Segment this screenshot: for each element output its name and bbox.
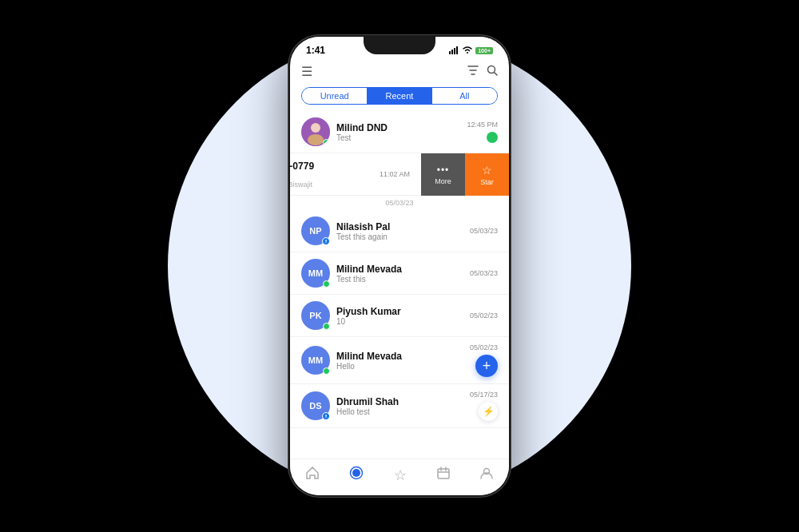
svg-rect-2 [454,48,455,54]
conv-meta-7: 05/17/23 ⚡ [470,391,498,421]
avatar-milind-m-6: MM [301,346,330,375]
swipe-actions-2: ••• More ☆ Star [421,153,509,196]
calendar-icon [437,466,450,483]
battery-badge: 100+ [475,47,493,54]
conv-preview-2: THERE [290,172,373,181]
fb-dot-7: f [322,412,330,420]
nav-chat[interactable] [349,466,364,484]
svg-rect-3 [456,46,458,54]
conv-time-4: 05/03/23 [470,269,498,277]
conv-row-2: +1 (343) 321-0779 THERE Assigned to Bisw… [290,153,509,196]
tabs: Unread Recent All [301,87,498,105]
conv-name-6: Milind Mevada [336,351,463,362]
compose-fab[interactable]: + [475,355,498,377]
nav-calendar[interactable] [437,466,450,483]
wifi-icon [463,46,472,54]
star-icon: ☆ [482,164,492,177]
conv-meta-6: 05/02/23 + [470,343,498,377]
avatar-milind-dnd [301,117,330,146]
conv-time-5: 05/02/23 [470,312,498,320]
tab-recent[interactable]: Recent [367,88,431,104]
conv-time-1: 12:45 PM [467,121,498,129]
menu-icon[interactable]: ☰ [301,64,312,79]
conv-name-7: Dhrumil Shah [336,396,463,407]
conv-item-6[interactable]: MM Milind Mevada Hello 05/02/23 + [290,337,509,384]
conv-preview-3: Test this again [336,232,463,241]
conv-item-1[interactable]: Milind DND Test 12:45 PM [290,111,509,153]
conv-item-4[interactable]: MM Milind Mevada Test this 05/03/23 [290,252,509,295]
conv-content-7: Dhrumil Shah Hello test [336,396,463,416]
conv-item-3[interactable]: NP f Nilasish Pal Test this again 05/03/… [290,210,509,252]
conv-time-2: 11:02 AM [380,170,410,178]
conv-name-2: (343) 321-0779 [290,161,373,172]
avatar-milind-m-4: MM [301,259,330,288]
conv-meta-1: 12:45 PM [467,121,498,143]
svg-rect-0 [449,51,451,54]
star-nav-icon: ☆ [394,466,407,484]
conv-content-4: Milind Mevada Test this [336,264,463,284]
conv-name-5: Piyush Kumar [336,306,463,317]
phone-frame: 1:41 100+ [288,34,511,498]
conv-meta-3: 05/03/23 [470,227,498,235]
app-header: ☰ [290,59,509,84]
bottom-nav: ☆ [290,459,509,495]
home-icon [305,466,320,484]
conv-preview-7: Hello test [336,407,463,416]
conv-time-7: 05/17/23 [470,391,498,399]
more-label: More [435,177,451,185]
conv-name-4: Milind Mevada [336,264,463,275]
swipe-more-button[interactable]: ••• More [421,153,465,196]
contacts-icon [479,466,494,484]
conv-item-5[interactable]: PK Piyush Kumar 10 05/02/23 [290,295,509,337]
signal-icon [449,46,459,54]
avatar-dhrumil: DS f [301,391,330,420]
fb-dot-3: f [322,237,330,245]
online-dot-6 [323,367,330,375]
online-dot-4 [323,280,330,288]
svg-point-6 [311,123,320,133]
conv-meta-2: 11:02 AM [380,170,410,178]
conv-item-7[interactable]: DS f Dhrumil Shah Hello test 05/17/23 ⚡ [290,384,509,428]
nav-contacts[interactable] [479,466,494,484]
conv-name-3: Nilasish Pal [336,221,463,232]
search-icon[interactable] [487,65,498,78]
swipe-star-button[interactable]: ☆ Star [465,153,509,196]
conv-content-1: Milind DND Test [336,122,460,142]
tab-all[interactable]: All [432,88,497,104]
chat-icon [349,466,364,484]
conv-item-2[interactable]: +1 (343) 321-0779 THERE Assigned to Bisw… [290,153,421,196]
conv-meta-5: 05/02/23 [470,312,498,320]
avatar-nilasish: NP f [301,216,330,245]
conv-content-6: Milind Mevada Hello [336,351,463,371]
conv-preview-4: Test this [336,275,463,284]
nav-star[interactable]: ☆ [394,466,407,484]
conv-assigned-2: Assigned to Biswajit [290,181,373,189]
conv-content-2: (343) 321-0779 THERE Assigned to Biswaji… [290,161,373,189]
avatar-piyush: PK [301,301,330,330]
phone-screen: 1:41 100+ [290,37,509,495]
tabs-container: Unread Recent All [290,84,509,111]
conv-meta-4: 05/03/23 [470,269,498,277]
nav-home[interactable] [305,466,320,484]
conversation-list: Milind DND Test 12:45 PM +1 [290,111,509,459]
conv-content-3: Nilasish Pal Test this again [336,221,463,241]
conv-preview-1: Test [336,133,460,142]
unread-badge-1 [487,132,498,143]
conv-preview-5: 10 [336,317,463,326]
header-actions [467,65,498,78]
star-label: Star [480,178,494,186]
online-dot [323,139,330,146]
conv-preview-6: Hello [336,362,463,371]
lightning-badge[interactable]: ⚡ [479,402,498,421]
filter-icon[interactable] [467,65,479,78]
conv-time-3: 05/03/23 [470,227,498,235]
svg-point-7 [308,134,324,145]
date-separator: 05/03/23 [290,196,509,210]
more-dots-icon: ••• [437,165,450,176]
conv-name-1: Milind DND [336,122,460,133]
status-time: 1:41 [306,45,325,56]
status-icons: 100+ [449,46,493,54]
phone-notch [364,37,435,54]
tab-unread[interactable]: Unread [302,88,367,104]
conv-content-5: Piyush Kumar 10 [336,306,463,326]
